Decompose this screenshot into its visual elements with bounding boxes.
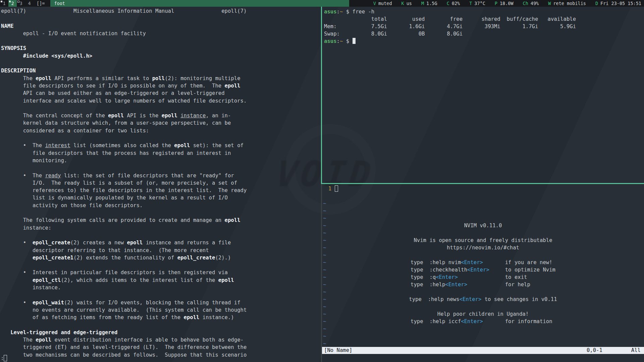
status-key: P: [495, 1, 497, 6]
workspace-list: 1234: [0, 0, 34, 7]
status-T: T37°C: [469, 0, 485, 7]
status-value: muted: [378, 1, 392, 6]
status-value: rete mobilis: [553, 1, 586, 6]
status-value: 49%: [531, 1, 539, 6]
status-key: W: [548, 1, 551, 6]
neovim-pane[interactable]: 1 ~ ~ ~ ~ ~ ~ ~ ~ ~ ~ ~ ~ ~ ~ ~ ~ ~ ~ ~ …: [322, 184, 644, 362]
status-Ch: Ch49%: [523, 0, 539, 7]
status-bar: 1234 []= foot VmutedKusM1.5GC02%T37°CP18…: [0, 0, 644, 7]
workspace-3[interactable]: 3: [17, 0, 25, 7]
nvim-splash: NVIM v0.11.0 Nvim is open source and fre…: [322, 222, 644, 325]
terminal-manpage-pane[interactable]: epoll(7) Miscellaneous Information Manua…: [0, 7, 321, 362]
workspace-marker-icon: [9, 1, 11, 2]
desktop: { "wallpaper": { "logo_text": "VOID" }, …: [0, 0, 644, 362]
status-value: 37°C: [474, 1, 485, 6]
workspace-label: 2: [11, 1, 14, 6]
status-key: D: [595, 1, 598, 6]
workspace-marker-icon: [17, 1, 19, 3]
nvim-statusline: [No Name] 0,0-1 All: [322, 347, 644, 354]
status-W: Wrete mobilis: [548, 0, 586, 7]
line-number: 1: [322, 186, 335, 192]
status-P: P18.0W: [495, 0, 514, 7]
status-value: 18.0W: [500, 1, 514, 6]
scroll-indicator: All: [631, 347, 641, 354]
nvim-cmdline: [322, 354, 644, 362]
status-modules: VmutedKusM1.5GC02%T37°CP18.0WCh49%Wrete …: [349, 0, 644, 7]
pager-cursor: [4, 355, 7, 361]
workspace-1[interactable]: 1: [0, 0, 8, 7]
status-C: C02%: [447, 0, 460, 7]
focused-border-bottom: [321, 183, 644, 184]
pager-colon: :: [1, 355, 4, 361]
workspace-4[interactable]: 4: [25, 0, 34, 7]
workspace-label: 4: [28, 1, 31, 6]
status-key: K: [401, 1, 404, 6]
status-value: Fri 23-05 15:51: [600, 1, 641, 6]
status-value: 1.5G: [426, 1, 437, 6]
status-M: M1.5G: [421, 0, 437, 7]
workspace-label: 3: [19, 1, 22, 6]
terminal-shell-pane[interactable]: asus:~ $ free -h total used free shared …: [322, 7, 644, 183]
status-key: V: [373, 1, 376, 6]
status-key: M: [421, 1, 424, 6]
nvim-buffer-line1: 1: [322, 184, 644, 192]
workspace-marker-icon: [1, 1, 2, 2]
manpage-text: epoll(7) Miscellaneous Information Manua…: [0, 7, 321, 359]
status-D: DFri 23-05 15:51: [595, 0, 641, 7]
nvim-cursor: [335, 185, 338, 192]
focused-window-title: foot: [50, 0, 349, 7]
pager-prompt[interactable]: :: [1, 355, 7, 361]
status-key: Ch: [523, 1, 528, 6]
focused-border-left: [321, 7, 322, 184]
status-V: Vmuted: [373, 0, 392, 7]
status-key: T: [469, 1, 472, 6]
status-value: 02%: [452, 1, 460, 6]
layout-symbol[interactable]: []=: [34, 0, 48, 7]
buffer-name: [No Name]: [322, 347, 353, 354]
status-K: Kus: [401, 0, 412, 7]
status-value: us: [407, 1, 412, 6]
unfocused-border: [321, 184, 322, 362]
workspace-label: 1: [3, 1, 5, 6]
ruler-position: 0,0-1: [587, 347, 602, 354]
shell-output: asus:~ $ free -h total used free shared …: [322, 7, 644, 45]
status-key: C: [447, 1, 449, 6]
workspace-2[interactable]: 2: [8, 0, 17, 7]
